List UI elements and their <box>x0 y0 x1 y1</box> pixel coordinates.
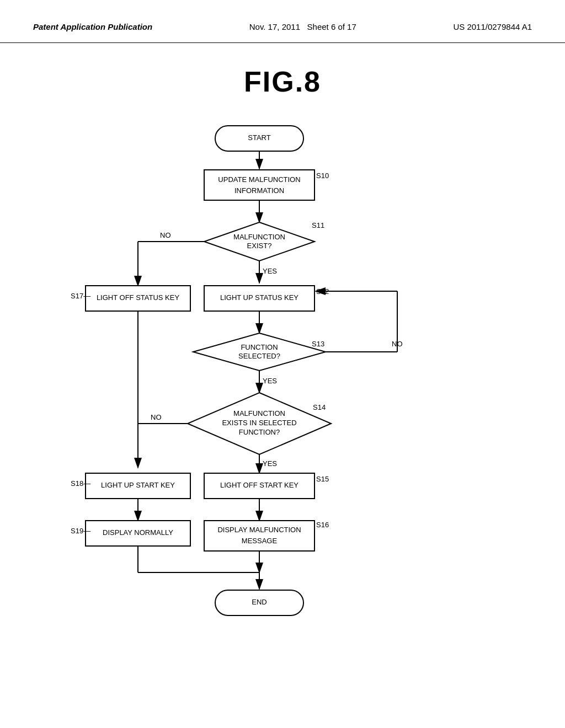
s10-label2: INFORMATION <box>234 186 284 195</box>
s18-step: S18— <box>71 479 90 488</box>
flowchart-diagram: START UPDATE MALFUNCTION INFORMATION S10… <box>0 109 565 705</box>
s14-label: MALFUNCTION <box>233 409 285 417</box>
s16-label2: MESSAGE <box>242 537 278 545</box>
no-label-s14: NO <box>151 413 162 421</box>
s13-label: FUNCTION <box>241 343 278 351</box>
s13-step: S13 <box>312 340 324 348</box>
s11-label: MALFUNCTION <box>233 233 285 241</box>
s15-step: S15 <box>316 475 329 483</box>
s14-label2: EXISTS IN SELECTED <box>222 419 296 427</box>
s15-label: LIGHT OFF START KEY <box>220 481 299 489</box>
s10-label: UPDATE MALFUNCTION <box>218 175 300 184</box>
s14-step: S14 <box>313 403 326 411</box>
s16-process <box>204 521 315 551</box>
s10-process <box>204 170 315 200</box>
yes-label-s14: YES <box>263 459 277 468</box>
s17-step: S17— <box>71 292 90 300</box>
no-label-s11: NO <box>160 231 171 239</box>
page-header: Patent Application Publication Nov. 17, … <box>0 0 565 43</box>
header-date-sheet: Nov. 17, 2011 Sheet 6 of 17 <box>249 22 356 31</box>
s16-label: DISPLAY MALFUNCTION <box>217 526 301 534</box>
s11-label2: EXIST? <box>247 242 272 250</box>
s13-label2: SELECTED? <box>238 352 280 360</box>
yes-label-s13: YES <box>263 377 277 385</box>
s17-label: LIGHT OFF STATUS KEY <box>97 293 180 302</box>
s18-label: LIGHT UP START KEY <box>101 481 175 489</box>
s11-step: S11 <box>312 221 324 229</box>
s19-label: DISPLAY NORMALLY <box>103 528 173 537</box>
end-label: END <box>252 598 266 606</box>
start-label: START <box>248 133 270 142</box>
s16-step: S16 <box>316 521 329 529</box>
yes-label-s11: YES <box>263 267 277 275</box>
s19-step: S19— <box>71 527 90 535</box>
figure-title: FIG.8 <box>0 65 565 98</box>
header-publication: Patent Application Publication <box>33 22 152 31</box>
header-patent-number: US 2011/0279844 A1 <box>453 22 532 31</box>
s14-label3: FUNCTION? <box>239 428 280 436</box>
s12-label: LIGHT UP STATUS KEY <box>220 293 299 302</box>
s10-step: S10 <box>316 172 329 180</box>
